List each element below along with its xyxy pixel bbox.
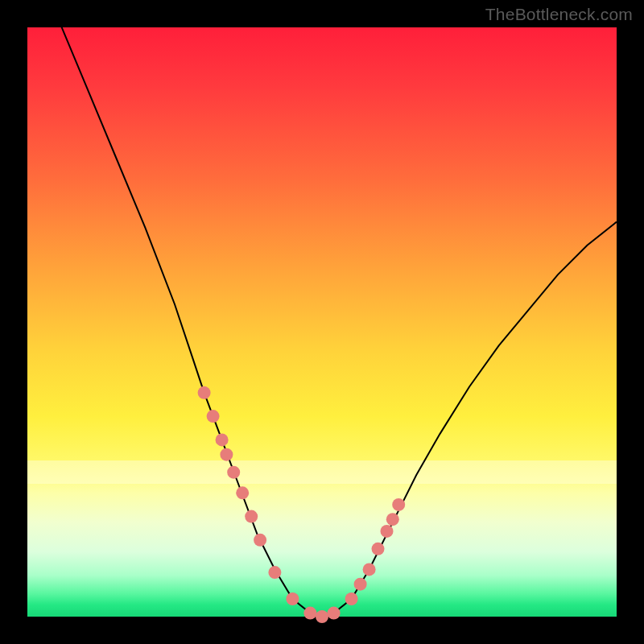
plot-area	[27, 27, 617, 617]
marker-dot	[268, 566, 281, 579]
marker-dot	[386, 513, 399, 526]
marker-dot	[227, 466, 240, 479]
curve-line	[27, 0, 617, 617]
marker-dot	[354, 578, 367, 591]
marker-dot	[392, 498, 405, 511]
marker-dot	[381, 525, 394, 538]
marker-dot	[220, 448, 233, 461]
marker-dot	[245, 510, 258, 523]
marker-dot	[316, 610, 328, 623]
marker-dot	[216, 433, 229, 446]
marker-dot	[328, 607, 341, 620]
marker-dot	[254, 534, 266, 547]
marker-dot	[345, 592, 358, 605]
marker-group	[198, 386, 406, 623]
chart-frame: TheBottleneck.com	[0, 0, 644, 644]
chart-svg	[27, 27, 617, 617]
marker-dot	[303, 607, 316, 620]
marker-dot	[207, 410, 220, 423]
marker-dot	[363, 563, 376, 576]
marker-dot	[198, 386, 211, 399]
marker-dot	[372, 543, 385, 555]
bottleneck-curve	[27, 0, 617, 617]
marker-dot	[286, 592, 299, 605]
watermark-text: TheBottleneck.com	[485, 5, 633, 24]
marker-dot	[236, 486, 249, 499]
